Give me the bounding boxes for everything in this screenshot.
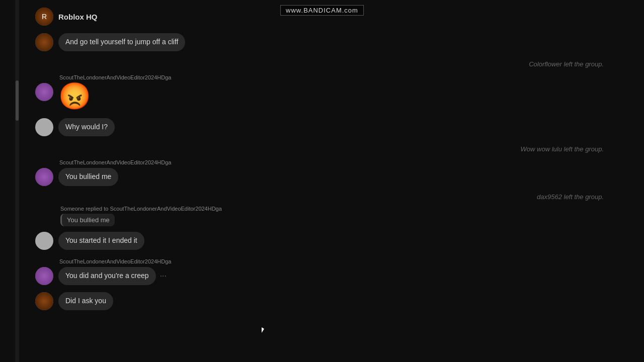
angry-emoji: 😡: [58, 83, 91, 109]
username-label-row: ScoutTheLondonerAndVideoEditor2024HDga: [58, 257, 634, 265]
system-message: Wow wow lulu left the group.: [35, 145, 604, 153]
message-bubble: Did I ask you: [58, 292, 113, 310]
message-options-dots[interactable]: ···: [160, 272, 167, 281]
message-content: You bullied me: [58, 168, 118, 186]
scrollbar-thumb[interactable]: [16, 80, 19, 121]
avatar: [35, 33, 53, 51]
message-content: You did and you're a creep ···: [58, 267, 167, 285]
message-content: Why would I?: [58, 118, 115, 136]
message-row: And go tell yourself to jump off a cliff: [35, 33, 634, 51]
username-label: ScoutTheLondonerAndVideoEditor2024HDga: [59, 159, 171, 165]
avatar: [35, 118, 53, 136]
message-content: You started it I ended it: [58, 232, 144, 250]
reply-wrapper: Someone replied to ScoutTheLondonerAndVi…: [60, 206, 634, 229]
header-title: Roblox HQ: [58, 13, 98, 21]
username-label: ScoutTheLondonerAndVideoEditor2024HDga: [59, 74, 171, 80]
message-bubble: You did and you're a creep: [58, 267, 156, 285]
message-bubble: You started it I ended it: [58, 232, 144, 250]
message-row: 😡: [35, 83, 634, 109]
message-content: And go tell yourself to jump off a cliff: [58, 33, 185, 51]
message-bubble: Why would I?: [58, 118, 115, 136]
header-avatar: R: [35, 8, 53, 26]
message-row: Did I ask you: [35, 292, 634, 310]
chat-container: R Roblox HQ And go tell yourself to jump…: [25, 0, 644, 362]
avatar: [35, 232, 53, 250]
scrollbar[interactable]: [15, 0, 19, 362]
message-content: 😡: [58, 83, 91, 109]
avatar: [35, 83, 53, 101]
reply-quote: You bullied me: [60, 214, 115, 226]
reply-label: Someone replied to ScoutTheLondonerAndVi…: [60, 206, 634, 212]
message-bubble: And go tell yourself to jump off a cliff: [58, 33, 185, 51]
system-message: Colorflower left the group.: [35, 60, 604, 68]
avatar: [35, 267, 53, 285]
watermark: www.BANDICAM.com: [280, 5, 364, 16]
message-row: You started it I ended it: [35, 232, 634, 250]
avatar: [35, 168, 53, 186]
message-row: You did and you're a creep ···: [35, 267, 634, 285]
username-label-row: ScoutTheLondonerAndVideoEditor2024HDga: [58, 158, 634, 166]
message-bubble: You bullied me: [58, 168, 118, 186]
message-row: Why would I?: [35, 118, 634, 136]
system-message: dax9562 left the group.: [35, 193, 604, 201]
username-label-row: ScoutTheLondonerAndVideoEditor2024HDga: [58, 73, 634, 81]
message-content: Did I ask you: [58, 292, 113, 310]
message-row: You bullied me: [35, 168, 634, 186]
avatar: [35, 292, 53, 310]
username-label: ScoutTheLondonerAndVideoEditor2024HDga: [59, 258, 171, 264]
